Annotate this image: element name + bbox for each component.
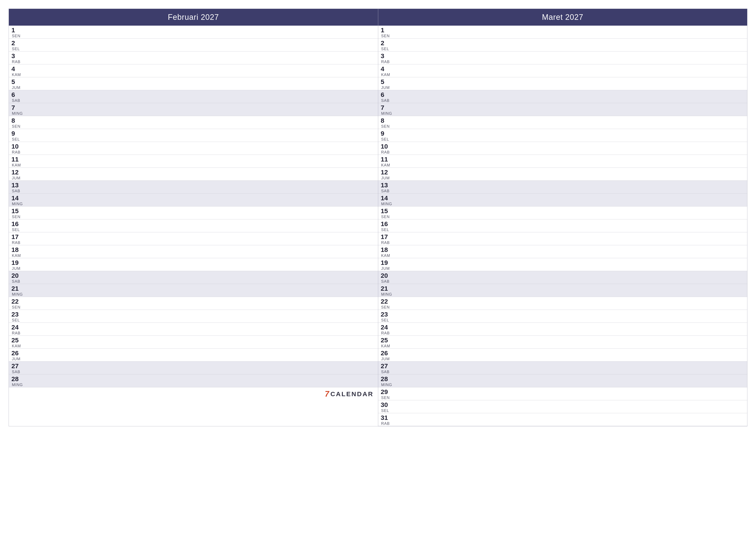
day-info: 12 JUM — [12, 168, 23, 180]
day-row: 18 KAM — [378, 245, 747, 258]
day-info: 28 MING — [381, 375, 393, 387]
day-info: 10 RAB — [381, 143, 393, 154]
day-name: JUM — [381, 86, 393, 89]
day-number: 29 — [381, 388, 393, 395]
day-info: 10 RAB — [12, 143, 23, 154]
day-info: 28 MING — [12, 375, 23, 387]
day-number: 19 — [381, 259, 393, 266]
day-number: 7 — [381, 104, 393, 111]
day-number: 10 — [12, 143, 23, 150]
day-name: JUM — [381, 176, 393, 180]
day-row: 8 SEN — [378, 116, 747, 129]
day-number: 26 — [12, 349, 23, 357]
day-number: 14 — [381, 194, 393, 202]
day-info: 14 MING — [381, 194, 393, 206]
day-info: 18 KAM — [381, 246, 393, 258]
day-row: 26 JUM — [9, 349, 378, 362]
day-info: 5 JUM — [381, 78, 393, 89]
day-row: 11 KAM — [9, 155, 378, 168]
day-number: 31 — [381, 414, 393, 421]
day-info: 27 SAB — [12, 362, 23, 374]
day-row: 2 SEL — [378, 38, 747, 51]
day-row: 3 RAB — [378, 51, 747, 64]
day-name: SAB — [381, 370, 393, 374]
day-number: 12 — [12, 168, 23, 176]
day-name: SEL — [381, 228, 393, 232]
day-name: SAB — [12, 189, 23, 193]
day-row: 21 MING — [378, 284, 747, 297]
day-row: 24 RAB — [9, 323, 378, 336]
day-row: 9 SEL — [378, 129, 747, 142]
day-name: RAB — [381, 150, 393, 154]
day-row: 21 MING — [9, 284, 378, 297]
day-info: 21 MING — [12, 285, 23, 296]
day-name: RAB — [381, 241, 393, 244]
day-info: 8 SEN — [12, 117, 23, 128]
day-name: SAB — [12, 370, 23, 374]
day-number: 15 — [12, 207, 23, 215]
day-row: 23 SEL — [9, 310, 378, 323]
day-number: 5 — [381, 78, 393, 85]
day-number: 25 — [12, 337, 23, 343]
day-number: 4 — [381, 65, 393, 72]
day-info: 20 SAB — [12, 272, 23, 283]
day-number: 22 — [12, 298, 23, 305]
day-name: KAM — [12, 254, 23, 258]
day-info: 23 SEL — [381, 311, 393, 322]
day-row: 4 KAM — [9, 64, 378, 77]
day-name: RAB — [381, 331, 393, 335]
day-number: 2 — [12, 39, 23, 46]
day-number: 19 — [12, 259, 23, 266]
watermark: 7 CALENDAR — [9, 387, 378, 400]
day-name: RAB — [12, 150, 23, 154]
day-info: 24 RAB — [381, 324, 393, 335]
day-number: 27 — [12, 362, 23, 369]
day-info: 3 RAB — [12, 52, 23, 64]
day-number: 11 — [381, 156, 393, 163]
day-name: SEL — [381, 409, 393, 413]
day-info: 8 SEN — [381, 117, 393, 128]
day-info: 14 MING — [12, 194, 23, 206]
day-number: 8 — [381, 117, 393, 124]
day-name: RAB — [12, 331, 23, 335]
day-info: 11 KAM — [12, 156, 23, 167]
march-header: Maret 2027 — [378, 9, 747, 26]
day-number: 2 — [381, 39, 393, 46]
day-name: JUM — [12, 86, 23, 89]
day-info: 21 MING — [381, 285, 393, 296]
day-info: 25 KAM — [12, 337, 23, 348]
day-info: 7 MING — [381, 104, 393, 115]
february-header: Februari 2027 — [9, 9, 378, 26]
day-name: SEL — [381, 47, 393, 51]
day-row: 6 SAB — [378, 90, 747, 103]
day-row: 14 MING — [378, 193, 747, 207]
day-row: 12 JUM — [9, 168, 378, 181]
day-number: 27 — [381, 362, 393, 369]
day-info: 26 JUM — [12, 349, 23, 361]
day-number: 8 — [12, 117, 23, 124]
day-row: 26 JUM — [378, 349, 747, 362]
day-name: SEL — [12, 138, 23, 141]
day-row: 3 RAB — [9, 51, 378, 64]
day-info: 19 JUM — [381, 259, 393, 270]
day-info: 2 SEL — [381, 39, 393, 51]
day-number: 7 — [12, 104, 23, 111]
day-name: JUM — [12, 357, 23, 361]
day-row: 12 JUM — [378, 168, 747, 181]
day-number: 16 — [381, 220, 393, 227]
day-row: 13 SAB — [378, 181, 747, 193]
day-row: 29 SEN — [378, 387, 747, 400]
day-name: MING — [12, 112, 23, 115]
day-row: 14 MING — [9, 193, 378, 207]
day-number: 10 — [381, 143, 393, 150]
day-row: 30 SEL — [378, 400, 747, 413]
day-row: 1 SEN — [9, 26, 378, 38]
watermark-text: CALENDAR — [330, 390, 373, 398]
day-row: 6 SAB — [9, 90, 378, 103]
day-info: 12 JUM — [381, 168, 393, 180]
day-info: 31 RAB — [381, 414, 393, 425]
day-row: 16 SEL — [9, 219, 378, 232]
day-number: 24 — [381, 324, 393, 331]
day-row: 17 RAB — [378, 232, 747, 245]
watermark-icon: 7 — [325, 390, 329, 398]
